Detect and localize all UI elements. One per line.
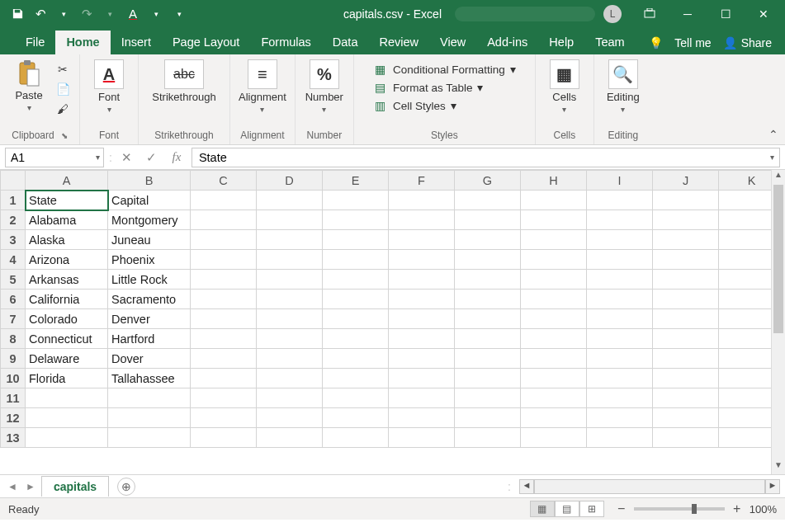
cell-G11[interactable]	[455, 388, 521, 408]
row-header-10[interactable]: 10	[1, 369, 26, 388]
tell-me-button[interactable]: Tell me	[674, 36, 711, 49]
select-all-corner[interactable]	[1, 171, 26, 191]
cell-I13[interactable]	[587, 428, 653, 448]
font-color-icon[interactable]: A	[122, 3, 144, 25]
cell-I2[interactable]	[587, 210, 653, 230]
enter-formula-button[interactable]: ✓	[142, 150, 162, 165]
row-header-6[interactable]: 6	[1, 290, 26, 309]
cell-B7[interactable]: Denver	[108, 309, 191, 329]
row-header-13[interactable]: 13	[1, 428, 26, 448]
cell-A6[interactable]: California	[26, 290, 108, 309]
cell-J5[interactable]	[653, 270, 719, 290]
cancel-formula-button[interactable]: ✕	[117, 150, 137, 165]
cell-B11[interactable]	[108, 388, 191, 408]
cell-D10[interactable]	[257, 369, 323, 388]
column-header-F[interactable]: F	[389, 171, 455, 191]
add-sheet-button[interactable]: ⊕	[117, 478, 135, 496]
cell-G7[interactable]	[455, 309, 521, 329]
cell-J4[interactable]	[653, 250, 719, 270]
sheet-tab-capitals[interactable]: capitals	[41, 476, 109, 497]
alignment-button[interactable]: ≡ Alignment ▾	[239, 59, 286, 114]
cell-H11[interactable]	[521, 388, 587, 408]
cell-B1[interactable]: Capital	[108, 191, 191, 210]
column-header-H[interactable]: H	[521, 171, 587, 191]
format-painter-button[interactable]: 🖌	[54, 101, 71, 117]
formula-input[interactable]: State ▾	[192, 148, 780, 167]
cell-B9[interactable]: Dover	[108, 349, 191, 369]
save-icon[interactable]	[7, 3, 28, 25]
cell-C3[interactable]	[191, 230, 257, 250]
cell-H7[interactable]	[521, 309, 587, 329]
maximize-button[interactable]: ☐	[707, 0, 744, 27]
tab-home[interactable]: Home	[55, 31, 110, 54]
cell-C11[interactable]	[191, 388, 257, 408]
tab-page-layout[interactable]: Page Layout	[162, 31, 250, 54]
cell-D1[interactable]	[257, 191, 323, 210]
cell-B6[interactable]: Sacramento	[108, 290, 191, 309]
sheet-nav-next[interactable]: ►	[23, 481, 38, 492]
cell-H8[interactable]	[521, 329, 587, 349]
cell-D4[interactable]	[257, 250, 323, 270]
cell-C2[interactable]	[191, 210, 257, 230]
cell-A3[interactable]: Alaska	[26, 230, 108, 250]
cell-E10[interactable]	[323, 369, 389, 388]
cell-H5[interactable]	[521, 270, 587, 290]
cell-E1[interactable]	[323, 191, 389, 210]
namebox-dropdown-icon[interactable]: ▾	[96, 153, 100, 162]
cell-E6[interactable]	[323, 290, 389, 309]
cell-I12[interactable]	[587, 408, 653, 428]
scroll-up-arrow[interactable]: ▲	[772, 170, 785, 184]
cell-C5[interactable]	[191, 270, 257, 290]
undo-dropdown[interactable]: ▾	[53, 3, 74, 25]
cell-J2[interactable]	[653, 210, 719, 230]
scroll-thumb[interactable]	[773, 185, 783, 333]
row-header-1[interactable]: 1	[1, 191, 26, 210]
row-header-12[interactable]: 12	[1, 408, 26, 428]
tab-formulas[interactable]: Formulas	[250, 31, 321, 54]
cell-G12[interactable]	[455, 408, 521, 428]
cell-H12[interactable]	[521, 408, 587, 428]
undo-button[interactable]: ↶	[30, 3, 51, 25]
cell-A11[interactable]	[26, 388, 108, 408]
cell-styles-button[interactable]: ▥Cell Styles ▾	[373, 99, 516, 112]
cell-E13[interactable]	[323, 428, 389, 448]
cell-C13[interactable]	[191, 428, 257, 448]
column-header-E[interactable]: E	[323, 171, 389, 191]
cell-E12[interactable]	[323, 408, 389, 428]
cell-B2[interactable]: Montgomery	[108, 210, 191, 230]
normal-view-button[interactable]: ▦	[530, 501, 555, 517]
cell-G4[interactable]	[455, 250, 521, 270]
cell-C10[interactable]	[191, 369, 257, 388]
number-button[interactable]: % Number ▾	[304, 59, 345, 114]
scroll-down-arrow[interactable]: ▼	[772, 460, 785, 474]
cell-B8[interactable]: Hartford	[108, 329, 191, 349]
cell-A2[interactable]: Alabama	[26, 210, 108, 230]
zoom-slider-thumb[interactable]	[692, 504, 697, 514]
cell-H6[interactable]	[521, 290, 587, 309]
cell-C1[interactable]	[191, 191, 257, 210]
horizontal-scrollbar[interactable]: : ◄ ►	[508, 479, 780, 494]
close-button[interactable]: ✕	[745, 0, 782, 27]
row-header-4[interactable]: 4	[1, 250, 26, 270]
cell-F8[interactable]	[389, 329, 455, 349]
cell-D6[interactable]	[257, 290, 323, 309]
row-header-7[interactable]: 7	[1, 309, 26, 329]
column-header-A[interactable]: A	[26, 171, 108, 191]
font-color-dropdown[interactable]: ▾	[145, 3, 167, 25]
cell-F1[interactable]	[389, 191, 455, 210]
zoom-in-button[interactable]: +	[731, 501, 743, 516]
clipboard-dialog-launcher[interactable]: ⬊	[61, 131, 68, 140]
column-header-D[interactable]: D	[257, 171, 323, 191]
cell-D3[interactable]	[257, 230, 323, 250]
cell-A8[interactable]: Connecticut	[26, 329, 108, 349]
cell-H1[interactable]	[521, 191, 587, 210]
cell-J10[interactable]	[653, 369, 719, 388]
zoom-slider[interactable]	[634, 507, 725, 511]
cell-A10[interactable]: Florida	[26, 369, 108, 388]
cell-J12[interactable]	[653, 408, 719, 428]
hscroll-track[interactable]	[534, 479, 765, 494]
cell-J3[interactable]	[653, 230, 719, 250]
cell-F4[interactable]	[389, 250, 455, 270]
zoom-out-button[interactable]: −	[616, 501, 627, 516]
cell-D7[interactable]	[257, 309, 323, 329]
